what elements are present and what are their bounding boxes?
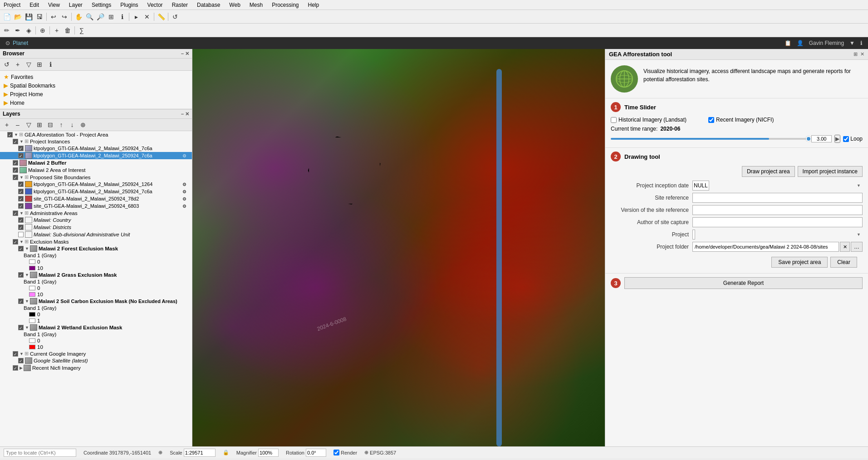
layers-expand-btn[interactable]: ⊞ (34, 120, 44, 130)
expand-icon[interactable]: ▼ (20, 139, 24, 144)
menu-view[interactable]: View (46, 1, 62, 9)
layer-wetland-mask[interactable]: ▼ Malawi 2 Wetland Exclusion Mask (0, 324, 192, 331)
layer-site-6803[interactable]: site_GTI-GEA-Malawi_2_Malawi_250924_6803… (0, 202, 192, 210)
layer-forest-mask[interactable]: ▼ Malawi 2 Forest Exclusion Mask (0, 245, 192, 252)
locate-search-input[interactable] (4, 449, 76, 457)
select-btn[interactable]: ▸ (131, 12, 141, 22)
layers-filter-btn[interactable]: ▽ (24, 120, 34, 130)
layer-checkbox[interactable] (18, 325, 24, 330)
layer-aoi[interactable]: Malawi 2 Area of Interest (0, 166, 192, 174)
version-input[interactable] (692, 205, 863, 215)
save-project-btn[interactable]: 💾 (24, 12, 34, 22)
layers-up-btn[interactable]: ↑ (56, 120, 66, 130)
identify-btn[interactable]: ℹ (117, 12, 127, 22)
author-input[interactable] (692, 217, 863, 227)
edit-btn[interactable]: ✒ (13, 25, 23, 35)
layer-site-1264[interactable]: ktpolygon_GTI-GEA-Malawi_2_Malawi_250924… (0, 181, 192, 188)
layer-checkbox[interactable] (18, 232, 24, 237)
layer-checkbox[interactable] (13, 139, 18, 144)
slider-play-btn[interactable]: ▶ (834, 135, 840, 143)
expand-icon[interactable]: ▼ (25, 325, 29, 330)
browser-refresh-btn[interactable]: ↺ (2, 59, 12, 69)
expand-icon[interactable]: ▼ (20, 240, 24, 244)
zoom-full-btn[interactable]: ⊞ (106, 12, 116, 22)
layer-checkbox[interactable] (18, 196, 24, 201)
menu-database[interactable]: Database (195, 1, 222, 9)
layer-gea-group[interactable]: ▼ ⊞ GEA Aforestation Tool - Project Area (0, 131, 192, 138)
expand-icon[interactable]: ▼ (14, 132, 18, 137)
menu-plugins[interactable]: Plugins (118, 1, 140, 9)
browser-close-btn[interactable]: ✕ (185, 51, 189, 57)
layers-collapse-btn[interactable]: ⊟ (45, 120, 55, 130)
loop-checkbox[interactable] (843, 136, 849, 142)
layer-google-satellite[interactable]: Google Satellite (latest) (0, 357, 192, 364)
layer-malawi-country[interactable]: Malawi: Country (0, 216, 192, 224)
save-project-area-btn[interactable]: Save project area (771, 257, 828, 268)
browser-favorites[interactable]: ★ Favorites (0, 73, 192, 81)
project-folder-browse-btn[interactable]: … (851, 242, 863, 252)
layer-settings-icon[interactable]: ⚙ (182, 196, 186, 201)
dropdown-icon[interactable]: ▼ (849, 40, 855, 46)
open-project-btn[interactable]: 📂 (13, 12, 23, 22)
layer-project-instances[interactable]: ▼ ⊞ Project Instances (0, 138, 192, 145)
layer-nicfi[interactable]: ▶ Recent Nicfi Imagery (0, 364, 192, 372)
menu-help[interactable]: Help (306, 1, 321, 9)
field-calc-btn[interactable]: ∑ (77, 25, 87, 35)
menu-mesh[interactable]: Mesh (248, 1, 265, 9)
layer-checkbox[interactable] (18, 358, 24, 363)
menu-web[interactable]: Web (227, 1, 242, 9)
layers-group-btn[interactable]: ⊕ (78, 120, 88, 130)
menu-project[interactable]: Project (2, 1, 22, 9)
render-checkbox[interactable] (333, 450, 339, 455)
project-select[interactable] (692, 230, 695, 240)
digitize-btn[interactable]: ✏ (2, 25, 12, 35)
project-folder-input[interactable] (692, 242, 839, 252)
browser-add-btn[interactable]: + (13, 59, 23, 69)
slider-value-input[interactable] (811, 135, 832, 142)
layer-proposed-sites-group[interactable]: ▼ ⊞ Proposed Site Boundaries (0, 174, 192, 181)
save-as-btn[interactable]: 🖫 (34, 12, 44, 22)
layers-remove-btn[interactable]: – (13, 120, 23, 130)
layer-grass-mask[interactable]: ▼ Malawi 2 Grass Exclusion Mask (0, 271, 192, 279)
snap-btn[interactable]: ⊕ (38, 25, 48, 35)
scale-input[interactable] (184, 449, 216, 457)
layers-add-btn[interactable]: + (2, 120, 12, 130)
layer-buffer[interactable]: Malawi 2 Buffer (0, 159, 192, 166)
layer-checkbox[interactable] (7, 132, 13, 137)
expand-icon[interactable]: ▼ (25, 273, 29, 277)
menu-edit[interactable]: Edit (28, 1, 41, 9)
layer-settings-icon[interactable]: ⚙ (182, 204, 186, 209)
pan-btn[interactable]: ✋ (74, 12, 83, 22)
draw-project-area-btn[interactable]: Draw project area (742, 166, 795, 177)
time-slider-track[interactable] (611, 138, 809, 140)
menu-settings[interactable]: Settings (90, 1, 113, 9)
inception-date-select[interactable]: NULL (692, 181, 709, 191)
browser-info-btn[interactable]: ℹ (45, 59, 55, 69)
generate-report-btn[interactable]: Generate Report (624, 277, 863, 289)
historical-imagery-checkbox[interactable] (611, 117, 617, 123)
project-folder-clear-btn[interactable]: ✕ (840, 242, 850, 252)
layer-checkbox[interactable] (18, 217, 24, 223)
menu-raster[interactable]: Raster (170, 1, 190, 9)
layer-checkbox[interactable] (18, 189, 24, 194)
layer-checkbox[interactable] (13, 351, 18, 357)
browser-filter-btn[interactable]: ▽ (24, 59, 34, 69)
menu-vector[interactable]: Vector (146, 1, 165, 9)
magnifier-input[interactable] (258, 449, 279, 457)
redo-btn[interactable]: ↪ (59, 12, 69, 22)
loop-checkbox-label[interactable]: Loop (843, 136, 863, 142)
browser-collapse-btn[interactable]: ⊞ (34, 59, 44, 69)
gea-close-btn[interactable]: ✕ (860, 51, 864, 57)
layer-kt1[interactable]: ktpolygon_GTI-GEA-Malawi_2_Malawi_250924… (0, 145, 192, 152)
import-project-instance-btn[interactable]: Import project instance (798, 166, 863, 177)
refresh-btn[interactable]: ↺ (170, 12, 180, 22)
layers-down-btn[interactable]: ↓ (67, 120, 77, 130)
zoom-in-btn[interactable]: 🔍 (84, 12, 94, 22)
layer-checkbox[interactable] (13, 175, 18, 180)
browser-home[interactable]: ▶ Home (0, 98, 192, 107)
layer-checkbox[interactable] (18, 299, 24, 304)
clear-btn[interactable]: Clear (830, 257, 857, 268)
browser-project-home[interactable]: ▶ Project Home (0, 90, 192, 98)
gea-float-btn[interactable]: ⊞ (853, 51, 858, 57)
recent-imagery-label[interactable]: Recent Imagery (NICFI) (708, 117, 774, 123)
